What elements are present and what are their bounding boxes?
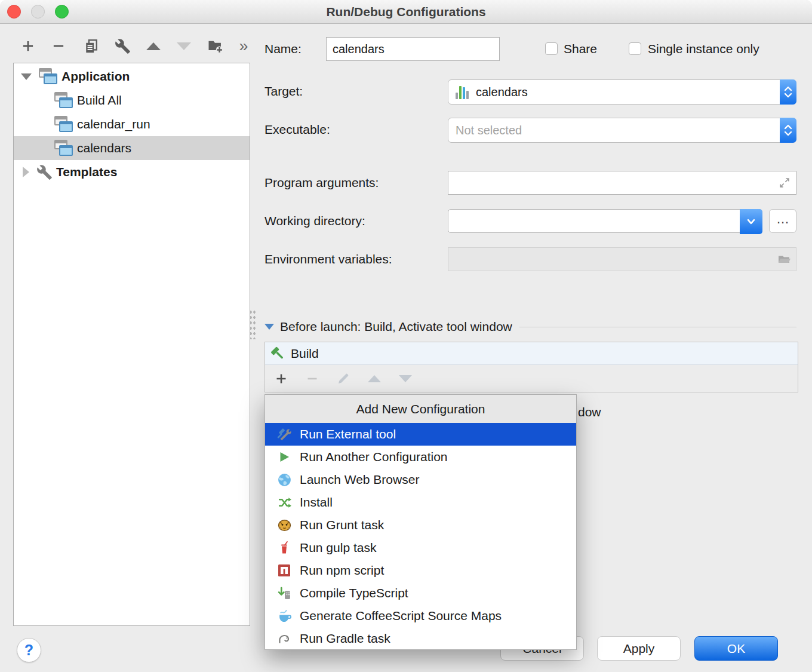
add-icon <box>274 372 288 386</box>
move-down-button[interactable] <box>174 36 194 56</box>
program-arguments-label: Program arguments: <box>264 171 379 195</box>
more-icon: » <box>239 36 248 56</box>
new-folder-button[interactable] <box>205 36 225 56</box>
move-down-icon <box>177 42 191 50</box>
menu-item-generate-coffeescript-source-maps[interactable]: Generate CoffeeScript Source Maps <box>265 605 576 627</box>
menu-item-label: Install <box>300 495 333 510</box>
menu-item-label: Run gulp task <box>300 541 376 555</box>
edit-defaults-button[interactable] <box>112 36 133 56</box>
menu-item-label: Run Gradle task <box>300 631 390 646</box>
tree-item-calendars[interactable]: calendars <box>14 136 250 160</box>
menu-item-label: Run Another Configuration <box>300 450 448 464</box>
menu-item-label: Run npm script <box>300 563 384 578</box>
menu-item-label: Compile TypeScript <box>300 586 408 600</box>
more-actions-button[interactable]: » <box>233 36 254 56</box>
move-up-icon <box>368 375 381 382</box>
run-debug-configurations-dialog: Run/Debug Configurations » <box>0 0 812 672</box>
wrench-icon <box>115 38 131 54</box>
menu-item-run-gulp-task[interactable]: Run gulp task <box>265 536 576 559</box>
executable-stepper[interactable] <box>780 118 796 143</box>
grunt-icon <box>276 517 293 533</box>
section-collapse-icon[interactable] <box>264 324 274 330</box>
menu-item-label: Run Grunt task <box>300 518 384 532</box>
before-launch-section-header[interactable]: Before launch: Build, Activate tool wind… <box>264 318 796 336</box>
share-label: Share <box>564 37 597 61</box>
help-button[interactable]: ? <box>17 638 41 662</box>
target-select[interactable]: calendars <box>448 79 796 105</box>
working-directory-dropdown-button[interactable] <box>740 209 762 234</box>
menu-item-run-gradle-task[interactable]: Run Gradle task <box>265 627 576 650</box>
task-row-build[interactable]: Build <box>265 342 798 365</box>
environment-variables-input[interactable] <box>448 247 796 271</box>
add-icon <box>20 38 36 54</box>
gradle-icon <box>276 631 293 646</box>
application-type-icon <box>39 68 58 85</box>
executable-placeholder: Not selected <box>456 124 522 137</box>
task-add-button[interactable] <box>272 370 290 388</box>
external-tool-icon <box>276 426 293 442</box>
tree-item-build-all[interactable]: Build All <box>14 88 250 112</box>
npm-icon <box>276 563 293 578</box>
name-label: Name: <box>264 37 302 61</box>
chevron-down-icon <box>745 216 757 228</box>
add-new-configuration-popup: Add New Configuration Run External tool … <box>264 394 577 650</box>
remove-configuration-button[interactable] <box>48 36 69 56</box>
ok-button[interactable]: OK <box>694 636 778 661</box>
target-icon <box>456 85 469 99</box>
menu-item-compile-typescript[interactable]: Compile TypeScript <box>265 582 576 605</box>
application-type-icon <box>54 92 73 109</box>
menu-item-run-external-tool[interactable]: Run External tool <box>265 423 576 446</box>
gulp-icon <box>276 540 293 556</box>
share-checkbox[interactable] <box>545 42 558 55</box>
menu-item-launch-web-browser[interactable]: Launch Web Browser <box>265 468 576 491</box>
target-stepper[interactable] <box>780 79 796 105</box>
task-toolbar <box>265 365 798 392</box>
menu-item-install[interactable]: Install <box>265 491 576 514</box>
program-arguments-input[interactable] <box>448 171 796 195</box>
tree-item-calendar-run[interactable]: calendar_run <box>14 112 250 136</box>
menu-item-run-npm-script[interactable]: Run npm script <box>265 559 576 582</box>
task-remove-button[interactable] <box>303 370 321 388</box>
coffeescript-icon <box>276 608 293 624</box>
tree-item-templates[interactable]: Templates <box>14 160 250 184</box>
globe-icon <box>276 472 293 487</box>
copy-configuration-button[interactable] <box>81 36 102 56</box>
tree-item-label: calendar_run <box>77 117 150 131</box>
expand-icon[interactable] <box>778 176 791 189</box>
menu-item-label: Generate CoffeeScript Source Maps <box>300 609 502 623</box>
executable-select[interactable]: Not selected <box>448 118 796 143</box>
window-title: Run/Debug Configurations <box>0 0 812 24</box>
chevron-down-icon[interactable] <box>21 73 32 80</box>
move-up-button[interactable] <box>143 36 164 56</box>
single-instance-checkbox[interactable] <box>629 42 641 55</box>
section-divider <box>519 327 796 327</box>
menu-item-label: Run External tool <box>300 427 396 441</box>
apply-button[interactable]: Apply <box>597 636 681 661</box>
folder-icon[interactable] <box>777 252 791 266</box>
pencil-icon <box>336 372 350 386</box>
splitter-handle[interactable] <box>249 309 256 339</box>
before-launch-task-list: Build <box>264 342 798 392</box>
single-instance-label: Single instance only <box>648 37 759 61</box>
stepper-icon <box>783 84 793 100</box>
target-label: Target: <box>264 79 303 103</box>
task-move-down-button[interactable] <box>396 370 414 388</box>
menu-item-run-grunt-task[interactable]: Run Grunt task <box>265 514 576 536</box>
executable-label: Executable: <box>264 118 330 142</box>
chevron-right-icon[interactable] <box>23 167 29 177</box>
working-directory-label: Working directory: <box>264 209 365 233</box>
add-configuration-button[interactable] <box>18 36 38 56</box>
new-folder-icon <box>207 38 223 54</box>
task-move-up-button[interactable] <box>365 370 383 388</box>
working-directory-input[interactable] <box>448 209 762 233</box>
menu-item-run-another-configuration[interactable]: Run Another Configuration <box>265 446 576 468</box>
application-type-icon <box>54 140 73 157</box>
name-input[interactable] <box>326 37 500 61</box>
browse-button[interactable]: … <box>769 209 796 233</box>
tree-item-label: Templates <box>56 165 117 179</box>
task-edit-button[interactable] <box>334 370 352 388</box>
remove-icon <box>51 38 66 54</box>
before-launch-title: Before launch: Build, Activate tool wind… <box>280 320 512 334</box>
environment-variables-label: Environment variables: <box>264 247 392 271</box>
tree-item-application[interactable]: Application <box>14 65 250 88</box>
